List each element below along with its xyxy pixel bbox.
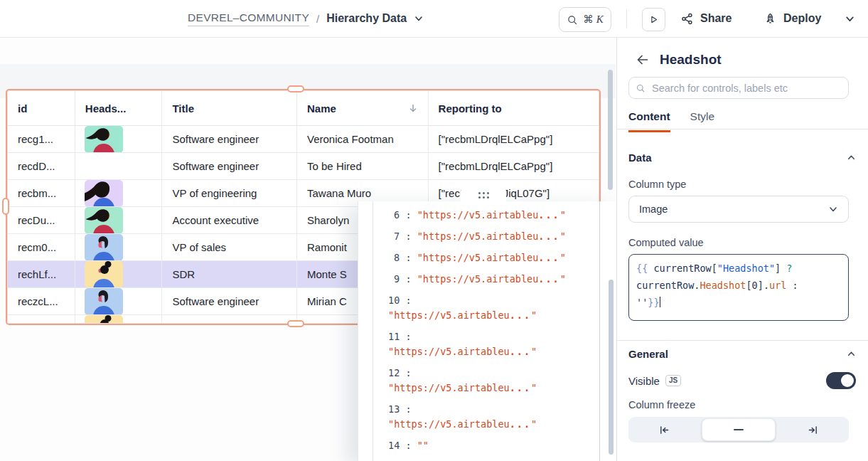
section-divider: [617, 340, 868, 341]
js-toggle-badge[interactable]: JS: [665, 375, 681, 386]
search-shortcut-label: ⌘ K: [583, 14, 604, 26]
visible-setting-row: Visible JS: [628, 372, 856, 389]
panel-divider: [616, 38, 617, 461]
drag-dots-icon: [478, 192, 489, 198]
page-menu-chevron-icon[interactable]: [414, 14, 424, 23]
cell-id: recbm...: [8, 180, 75, 206]
property-panel: Headshot Content Style Data Column type …: [617, 38, 868, 461]
column-header-id[interactable]: id: [8, 91, 75, 125]
peek-entry-list: 6 : "https://v5.airtableu..."7 : "https:…: [388, 208, 594, 460]
peek-entry: 6 : "https://v5.airtableu...": [388, 208, 594, 223]
table-header-row: id Heads... Title Name Reporting to: [8, 91, 599, 126]
peek-value: "https://v5.airtableu...": [417, 252, 566, 263]
tabs-divider: [617, 129, 868, 129]
column-type-label: Column type: [628, 179, 686, 190]
panel-search-box[interactable]: [628, 77, 849, 99]
peek-entry: 14 : "": [388, 438, 594, 453]
peek-scrollbar[interactable]: [609, 280, 614, 455]
search-icon: [567, 14, 578, 26]
play-icon: [648, 14, 659, 25]
peek-entry: 8 : "https://v5.airtableu...": [388, 250, 594, 265]
minus-icon: [734, 429, 744, 430]
cell-title: VP of engineering: [162, 180, 297, 206]
cell-reporting-to: ["recbmLDrqlELCaPpg"]: [429, 153, 599, 179]
peek-value: "https://v5.airtableu...": [417, 231, 566, 242]
cell-id: [8, 315, 75, 324]
column-header-name[interactable]: Name: [297, 91, 429, 125]
sort-descending-icon[interactable]: [408, 103, 418, 113]
panel-search-input[interactable]: [650, 82, 842, 95]
deploy-menu-chevron-icon[interactable]: [845, 0, 855, 37]
peek-value: "https://v5.airtableu...": [417, 209, 566, 221]
peek-indent-guide: [373, 201, 373, 461]
omnibar-search-button[interactable]: ⌘ K: [559, 7, 611, 32]
toggle-knob: [841, 374, 854, 387]
cell-title: VP of sales: [162, 234, 297, 260]
topbar-divider: [626, 9, 627, 28]
table-row[interactable]: recdD...Software engineerTo be Hired["re…: [8, 153, 599, 180]
peek-entry: 9 : "https://v5.airtableu...": [388, 272, 594, 287]
column-header-title[interactable]: Title: [162, 91, 297, 125]
run-button[interactable]: [642, 8, 665, 31]
search-icon: [636, 83, 645, 93]
headshot-image: [85, 126, 123, 152]
peek-data-popup[interactable]: 6 : "https://v5.airtableu..."7 : "https:…: [358, 201, 616, 461]
deploy-button[interactable]: Deploy: [763, 0, 821, 37]
breadcrumb-page-name[interactable]: Hierarchy Data: [326, 12, 407, 25]
code-line: currentRow.Headshot[0].url :: [636, 277, 841, 294]
code-line: {{ currentRow["Headshot"] ?: [636, 260, 841, 277]
peek-entry: 7 : "https://v5.airtableu...": [388, 229, 594, 244]
peek-drag-handle[interactable]: [461, 188, 506, 202]
computed-value-code-editor[interactable]: {{ currentRow["Headshot"] ?currentRow.He…: [628, 254, 849, 321]
breadcrumb-separator: /: [316, 13, 319, 25]
column-header-reporting-to[interactable]: Reporting to: [429, 91, 599, 125]
resize-handle-top[interactable]: [287, 85, 304, 92]
headshot-image: [85, 261, 123, 287]
panel-title: Headshot: [660, 52, 722, 68]
section-data-label: Data: [628, 152, 652, 164]
table-row[interactable]: recg1...Software engineerVeronica Footma…: [8, 126, 599, 153]
cell-headshot: [75, 126, 163, 152]
section-general[interactable]: General: [628, 348, 856, 360]
column-freeze-segmented-control: [628, 417, 849, 443]
cell-title: Account executive: [162, 207, 297, 233]
peek-value: "https://v5.airtableu...": [417, 273, 566, 285]
cell-title: SDR: [162, 261, 297, 287]
cell-id: recdD...: [8, 153, 75, 179]
share-button[interactable]: Share: [680, 0, 732, 37]
cell-headshot: [75, 207, 163, 233]
column-type-value: Image: [639, 203, 668, 215]
freeze-left-button[interactable]: [628, 417, 700, 443]
freeze-right-button[interactable]: [777, 417, 849, 443]
column-header-headshot[interactable]: Heads...: [75, 91, 163, 125]
peek-value: "": [417, 440, 429, 451]
visible-toggle[interactable]: [826, 372, 856, 389]
peek-value: "https://v5.airtableu...": [388, 382, 537, 393]
peek-entry: 13 :"https://v5.airtableu...": [388, 402, 594, 432]
freeze-none-button[interactable]: [702, 418, 775, 441]
cell-id: rechLf...: [8, 261, 75, 287]
panel-header: Headshot: [636, 52, 722, 68]
section-data[interactable]: Data: [628, 152, 856, 164]
peek-right-border: [599, 201, 600, 461]
headshot-image: [85, 288, 123, 314]
chevron-down-icon: [828, 204, 838, 214]
peek-value: "https://v5.airtableu...": [388, 346, 537, 357]
canvas-scrollbar[interactable]: [608, 70, 613, 190]
visible-label: Visible: [628, 375, 660, 387]
cell-headshot: [75, 234, 163, 260]
share-label: Share: [700, 12, 732, 25]
reporting-value: ["recbmLDrqlELCaPpg"]: [439, 133, 553, 145]
headshot-image: [85, 180, 123, 206]
column-type-select[interactable]: Image: [628, 196, 849, 223]
cell-headshot: [75, 180, 163, 206]
cell-title: [162, 315, 297, 324]
breadcrumb-project-link[interactable]: DEVREL–COMMUNITY: [188, 11, 309, 26]
resize-handle-left[interactable]: [2, 198, 9, 215]
resize-handle-bottom[interactable]: [287, 320, 304, 327]
peek-value: "https://v5.airtableu...": [388, 309, 537, 321]
headshot-image: [85, 315, 123, 324]
breadcrumb: DEVREL–COMMUNITY / Hierarchy Data: [188, 0, 424, 37]
rocket-icon: [763, 12, 777, 26]
back-arrow-icon[interactable]: [636, 53, 650, 67]
